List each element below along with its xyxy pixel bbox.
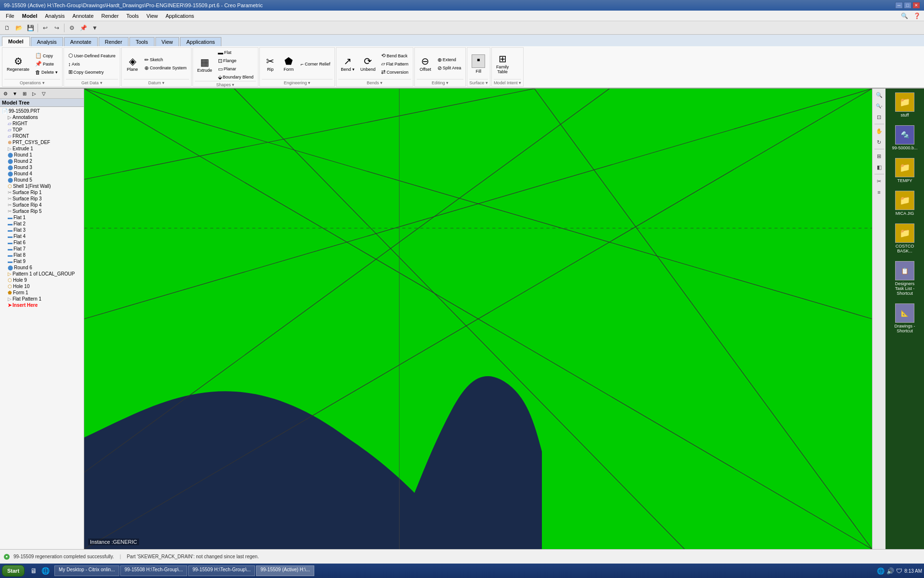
copy-geometry-button[interactable]: ⊞ Copy Geometry <box>66 68 118 76</box>
menu-render[interactable]: Render <box>98 12 123 20</box>
desktop-icon-costco[interactable]: 📁 COSTCO BASK... <box>888 222 921 255</box>
taskbar-icon-1[interactable]: 🖥 <box>28 565 39 576</box>
taskbar-icon-2[interactable]: 🌐 <box>40 565 51 576</box>
taskbar-btn-desktop[interactable]: My Desktop - Citrix onlin... <box>54 565 119 576</box>
taskbar-btn-15509-active[interactable]: 99-15509 (Active) H:\... <box>256 565 314 576</box>
regenerate-button[interactable]: ⚙ Regenerate <box>4 51 32 78</box>
new-button[interactable]: 🗋 <box>2 23 13 33</box>
tree-settings-button[interactable]: ⚙ <box>1 90 10 97</box>
spin-button[interactable]: ↻ <box>874 137 885 147</box>
zoom-out-button[interactable]: 🔍- <box>874 101 885 111</box>
layer-button[interactable]: ≡ <box>874 187 885 197</box>
extrude-button[interactable]: ▦ Extrude <box>195 52 215 79</box>
tab-model[interactable]: Model <box>2 37 30 46</box>
desktop-icon-tempy[interactable]: 📁 TEMPY <box>888 156 921 185</box>
tree-item-flat1[interactable]: ▬ Flat 1 <box>0 214 84 221</box>
delete-button[interactable]: 🗑 Delete ▾ <box>33 68 60 76</box>
help-button[interactable]: ❓ <box>911 11 922 21</box>
menu-applications[interactable]: Applications <box>162 12 198 20</box>
coordinate-system-button[interactable]: ⊕ Coordinate System <box>142 64 189 72</box>
taskbar-btn-15509-1[interactable]: 99-15509 H:\Tech-Group\... <box>188 565 255 576</box>
settings-button[interactable]: ⚙ <box>66 23 77 33</box>
tree-item-srip5[interactable]: ✂ Surface Rip 5 <box>0 208 84 214</box>
tree-item-right[interactable]: ▱ RIGHT <box>0 120 84 127</box>
tree-item-round2[interactable]: ⬤ Round 2 <box>0 158 84 164</box>
tree-item-round3[interactable]: ⬤ Round 3 <box>0 164 84 171</box>
tree-item-flat2[interactable]: ▬ Flat 2 <box>0 221 84 227</box>
menu-model[interactable]: Model <box>18 12 41 20</box>
corner-relief-button[interactable]: ⌐ Corner Relief <box>298 60 333 68</box>
split-area-button[interactable]: ⊘ Split Area <box>435 64 464 72</box>
menu-annotate[interactable]: Annotate <box>68 12 97 20</box>
tree-item-hole10[interactable]: ⬡ Hole 10 <box>0 283 84 289</box>
maximize-button[interactable]: □ <box>904 2 911 9</box>
tree-item-round5[interactable]: ⬤ Round 5 <box>0 177 84 183</box>
close-button[interactable]: ✕ <box>912 2 920 9</box>
tree-item-srip3[interactable]: ✂ Surface Rip 3 <box>0 196 84 202</box>
tree-item-round4[interactable]: ⬤ Round 4 <box>0 171 84 177</box>
model-tree-content[interactable]: 📄 99-15509.PRT ▷ Annotations ▱ RIGHT ▱ T… <box>0 107 84 549</box>
axis-button[interactable]: ↕ Axis <box>66 60 118 68</box>
zoom-in-button[interactable]: 🔍 <box>874 90 885 100</box>
tree-item-top[interactable]: ▱ TOP <box>0 127 84 133</box>
view-normal-button[interactable]: ⊞ <box>874 151 885 161</box>
bend-back-button[interactable]: ⟲ Bend Back <box>379 52 411 60</box>
tree-item-pattern1[interactable]: ▷ Pattern 1 of LOCAL_GROUP <box>0 271 84 277</box>
tree-item-extrude1[interactable]: ▷ Extrude 1 <box>0 145 84 152</box>
tab-applications[interactable]: Applications <box>180 37 221 46</box>
copy-button[interactable]: 📋 Copy <box>33 52 60 60</box>
tree-collapse-button[interactable]: ▽ <box>39 90 48 97</box>
tree-item-flat6[interactable]: ▬ Flat 6 <box>0 239 84 246</box>
tree-item-root[interactable]: 📄 99-15509.PRT <box>0 108 84 114</box>
shading-button[interactable]: ◧ <box>874 162 885 172</box>
minimize-button[interactable]: ─ <box>895 2 903 9</box>
tree-item-insert[interactable]: ➤ Insert Here <box>0 302 84 308</box>
tree-item-round1[interactable]: ⬤ Round 1 <box>0 152 84 158</box>
extend-button[interactable]: ⊕ Extend <box>435 56 464 64</box>
viewport[interactable]: Instance :GENERIC <box>84 89 872 549</box>
tree-item-shell1[interactable]: ⬡ Shell 1(First Wall) <box>0 183 84 189</box>
boundary-blend-button[interactable]: ⬙ Boundary Blend <box>216 73 256 81</box>
tree-item-flatpat1[interactable]: ▷ Flat Pattern 1 <box>0 296 84 302</box>
tab-view[interactable]: View <box>155 37 180 46</box>
section-button[interactable]: ✂ <box>874 176 885 186</box>
start-button[interactable]: Start <box>2 565 25 577</box>
menu-view[interactable]: View <box>142 12 162 20</box>
planar-button[interactable]: ▭ Planar <box>216 65 256 73</box>
desktop-icon-mica-jig[interactable]: 📁 MICA JIG <box>888 189 921 218</box>
user-defined-feature-button[interactable]: ⬡ User-Defined Feature <box>66 52 118 60</box>
redo-button[interactable]: ↪ <box>51 23 62 33</box>
tree-item-flat7[interactable]: ▬ Flat 7 <box>0 246 84 252</box>
conversion-button[interactable]: ⇄ Conversion <box>379 68 411 76</box>
tab-render[interactable]: Render <box>99 37 128 46</box>
open-button[interactable]: 📂 <box>13 23 24 33</box>
tree-item-round6[interactable]: ⬤ Round 6 <box>0 264 84 271</box>
fill-button[interactable]: ▪ Fill <box>469 51 488 78</box>
desktop-icon-designers-task[interactable]: 📋 Designers Task List - Shortcut <box>888 259 921 298</box>
tree-item-csys[interactable]: ⊕ PRT_CSYS_DEF <box>0 139 84 145</box>
desktop-icon-99-50000[interactable]: 🔩 99-50000.b... <box>888 123 921 152</box>
tree-filter-button[interactable]: ▼ <box>11 90 19 97</box>
tree-item-annotations[interactable]: ▷ Annotations <box>0 114 84 120</box>
unbend-button[interactable]: ⟳ Unbend <box>358 51 378 78</box>
save-button[interactable]: 💾 <box>25 23 36 33</box>
offset-button[interactable]: ⊖ Offset <box>417 51 434 78</box>
form-button[interactable]: ⬟ Form <box>280 51 297 78</box>
family-table-button[interactable]: ⊞ FamilyTable <box>494 51 512 78</box>
search-help-button[interactable]: 🔍 <box>899 11 910 21</box>
menu-tools[interactable]: Tools <box>123 12 143 20</box>
pin-button[interactable]: 📌 <box>78 23 89 33</box>
tree-item-flat4[interactable]: ▬ Flat 4 <box>0 233 84 239</box>
tree-item-srip4[interactable]: ✂ Surface Rip 4 <box>0 202 84 208</box>
tree-item-front[interactable]: ▱ FRONT <box>0 133 84 139</box>
menu-analysis[interactable]: Analysis <box>41 12 69 20</box>
tree-expand-button[interactable]: ▷ <box>30 90 38 97</box>
desktop-icon-stuff[interactable]: 📁 stuff <box>888 91 921 119</box>
flat-button[interactable]: ▬ Flat <box>216 49 256 56</box>
rip-button[interactable]: ✂ Rip <box>262 51 279 78</box>
menu-file[interactable]: File <box>2 12 18 20</box>
tree-item-flat9[interactable]: ▬ Flat 9 <box>0 258 84 264</box>
undo-button[interactable]: ↩ <box>40 23 51 33</box>
paste-button[interactable]: 📌 Paste <box>33 60 60 68</box>
tree-item-srip1[interactable]: ✂ Surface Rip 1 <box>0 189 84 196</box>
